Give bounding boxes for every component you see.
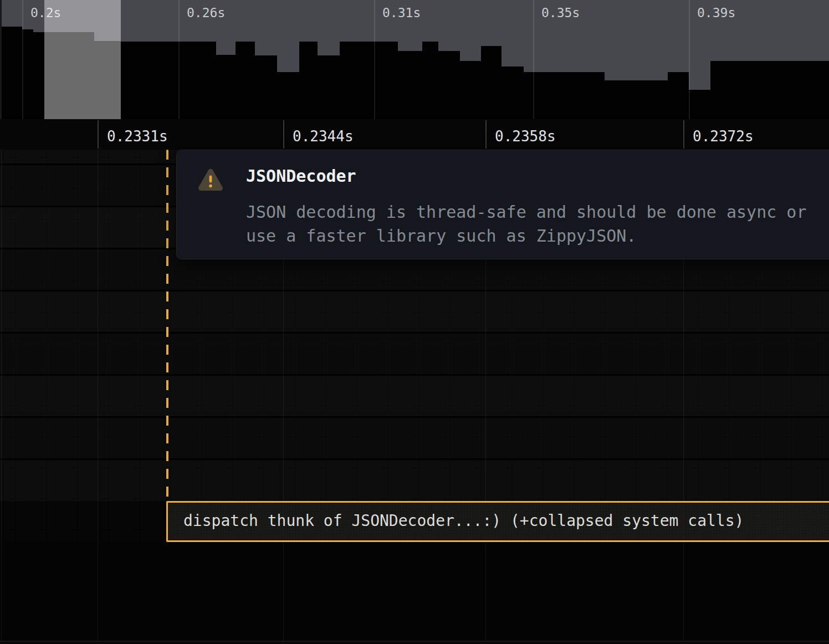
flamechart-row-line (0, 416, 829, 418)
flamechart-row-line (0, 332, 829, 334)
minimap-step (277, 72, 299, 119)
selected-frame-marker-line (166, 150, 168, 501)
minimap-step (710, 61, 829, 119)
flamegraph-profiler-viewer: 0.2s0.26s0.31s0.35s0.39s 0.2331s0.2344s0… (0, 0, 829, 644)
minimap-step (524, 72, 605, 119)
minimap-step (22, 29, 33, 119)
detail-time-ruler: 0.2331s0.2344s0.2358s0.2372s (0, 119, 829, 150)
minimap-step (502, 67, 524, 119)
minimap-selection-region[interactable] (44, 0, 121, 119)
tooltip-body: JSON decoding is thread-safe and should … (246, 200, 806, 248)
flamechart-column-line (1, 150, 2, 641)
ruler-time-label: 0.2331s (107, 128, 168, 145)
minimap-step (438, 51, 460, 119)
flamechart-empty-area (0, 542, 829, 644)
ruler-tick (485, 120, 487, 149)
flamechart-row-line (0, 290, 829, 292)
minimap-step (340, 42, 398, 119)
minimap-step (121, 42, 216, 119)
minimap-step (481, 46, 502, 119)
selected-frame-row[interactable]: dispatch thunk of JSONDecoder...:) (+col… (166, 501, 829, 542)
minimap-time-label: 0.26s (187, 5, 225, 21)
warning-triangle-icon (197, 167, 224, 193)
ruler-time-label: 0.2358s (495, 128, 556, 145)
minimap-step (216, 55, 236, 119)
timeline-minimap[interactable]: 0.2s0.26s0.31s0.35s0.39s (0, 0, 829, 119)
minimap-step (255, 55, 277, 119)
minimap-step (460, 61, 481, 119)
flamechart-column-line (98, 150, 98, 641)
flamechart-row-line (0, 374, 829, 376)
bottom-edge-strip (0, 642, 829, 644)
minimap-gridline (22, 0, 23, 119)
minimap-time-label: 0.31s (382, 5, 421, 21)
flamechart-row-line (0, 458, 829, 460)
minimap-step (236, 42, 255, 119)
minimap-step (689, 90, 710, 119)
minimap-step (398, 51, 422, 119)
minimap-step (318, 55, 340, 119)
minimap-step (668, 72, 689, 119)
tooltip-body-line-2: use a faster library such as ZippyJSON. (246, 226, 636, 246)
minimap-gridline (533, 0, 534, 119)
ruler-tick (98, 120, 99, 149)
minimap-step (605, 80, 668, 119)
minimap-step (2, 27, 22, 119)
ruler-tick (283, 120, 284, 149)
minimap-time-label: 0.35s (541, 5, 580, 21)
warning-tooltip: JSONDecoder JSON decoding is thread-safe… (176, 150, 829, 259)
tooltip-title: JSONDecoder (246, 166, 356, 187)
tooltip-body-line-1: JSON decoding is thread-safe and should … (246, 202, 806, 222)
selected-frame-label: dispatch thunk of JSONDecoder...:) (+col… (168, 503, 829, 539)
ruler-tick (683, 120, 684, 149)
minimap-time-label: 0.39s (697, 5, 735, 21)
minimap-gridline (178, 0, 180, 119)
minimap-step (422, 42, 438, 119)
ruler-time-label: 0.2372s (693, 128, 754, 145)
minimap-gridline (374, 0, 375, 119)
minimap-step (299, 42, 318, 119)
minimap-step (33, 32, 44, 119)
minimap-gridline (689, 0, 690, 119)
ruler-time-label: 0.2344s (293, 128, 354, 145)
